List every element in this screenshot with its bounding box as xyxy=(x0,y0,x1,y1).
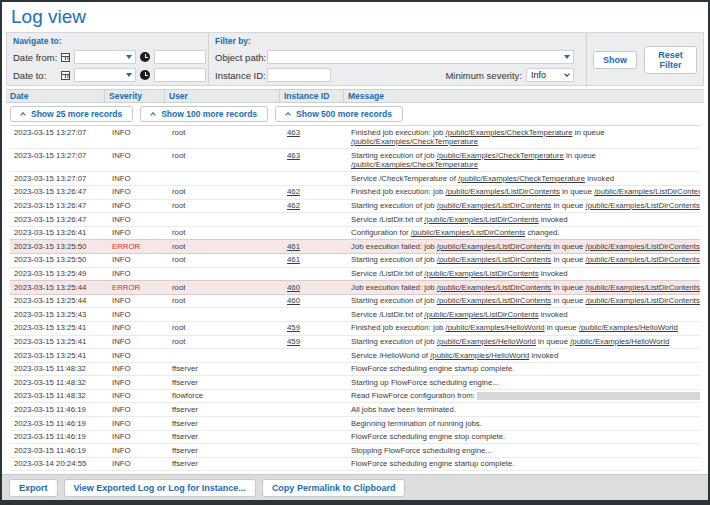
column-header-user[interactable]: User xyxy=(164,90,279,102)
date-to-time-input[interactable] xyxy=(154,68,206,82)
reset-filter-button[interactable]: Reset Filter xyxy=(644,46,697,74)
show-500-more-button[interactable]: Show 500 more records xyxy=(275,106,403,122)
table-row: 2023-03-15 11:48:32INFOffserverStarting … xyxy=(10,376,700,390)
message-link[interactable]: /public/Examples/CheckTemperature xyxy=(446,128,573,137)
date-to-input[interactable] xyxy=(75,70,123,80)
message-link[interactable]: /public/Examples/HelloWorld xyxy=(437,337,536,346)
message-link[interactable]: /public/Examples/ListDirContents xyxy=(424,310,538,319)
copy-permalink-button[interactable]: Copy Permalink to Clipboard xyxy=(262,479,406,497)
date-from-time-input[interactable] xyxy=(154,50,206,64)
message-link[interactable]: /public/Examples/ListDirContents xyxy=(424,215,538,224)
severity-cell: INFO xyxy=(108,376,168,389)
table-row: 2023-03-15 13:26:47INFOroot462Finished j… xyxy=(10,186,700,200)
export-button[interactable]: Export xyxy=(9,479,58,497)
message-link[interactable]: /public/Examples/ListDirContents xyxy=(585,283,699,292)
message-link[interactable]: /public/Examples/ListDirContents xyxy=(437,242,551,251)
message-cell: FlowForce scheduling engine stop complet… xyxy=(347,431,700,444)
clock-icon[interactable] xyxy=(140,52,150,62)
column-header-date[interactable]: Date xyxy=(6,90,104,102)
minimum-severity-value: Info xyxy=(531,70,546,80)
message-text: All jobs have been terminated. xyxy=(351,405,456,414)
calendar-icon[interactable] xyxy=(61,53,70,62)
user-cell xyxy=(168,172,283,185)
message-link[interactable]: /public/Examples/ListDirContents xyxy=(437,255,551,264)
message-link[interactable]: /public/Examples/CheckTemperature xyxy=(437,151,564,160)
message-link[interactable]: /public/Examples/HelloWorld xyxy=(446,323,545,332)
instance-link[interactable]: 459 xyxy=(287,337,300,346)
severity-cell: INFO xyxy=(108,200,168,213)
minimum-severity-select[interactable]: Info xyxy=(526,68,574,82)
user-cell: root xyxy=(168,295,283,308)
instance-link[interactable]: 463 xyxy=(287,151,300,160)
log-table: Date Severity User Instance ID Message S… xyxy=(6,89,704,505)
message-link[interactable]: /public/Examples/HelloWorld xyxy=(570,337,669,346)
message-link[interactable]: /public/Examples/CheckTemperature xyxy=(351,137,478,146)
message-link[interactable]: /public/Examples/ListDirContents xyxy=(424,269,538,278)
instance-link[interactable]: 461 xyxy=(287,242,300,251)
message-text: changed. xyxy=(525,228,559,237)
show-button[interactable]: Show xyxy=(593,51,637,69)
instance-cell: 463 xyxy=(283,149,347,171)
message-text: Starting execution of job xyxy=(351,255,437,264)
instance-cell: 460 xyxy=(283,281,347,294)
message-link[interactable]: /public/Examples/CheckTemperature xyxy=(351,160,478,169)
chevron-down-icon[interactable] xyxy=(126,55,132,59)
message-cell: Starting execution of job /public/Exampl… xyxy=(347,254,700,267)
table-row: 2023-03-15 13:26:41INFOrootConfiguration… xyxy=(10,227,700,241)
instance-link[interactable]: 460 xyxy=(287,296,300,305)
chevron-down-icon[interactable] xyxy=(126,73,132,77)
message-link[interactable]: /public/Examples/HelloWorld xyxy=(579,323,678,332)
user-cell xyxy=(168,349,283,362)
instance-link[interactable]: 459 xyxy=(287,323,300,332)
object-path-combo[interactable] xyxy=(267,50,574,64)
message-text: in queue xyxy=(551,296,585,305)
message-link[interactable]: /public/Examples/ListDirContents xyxy=(437,296,551,305)
show-100-more-button[interactable]: Show 100 more records xyxy=(140,106,268,122)
date-from-input[interactable] xyxy=(75,52,123,62)
instance-cell xyxy=(283,417,347,430)
message-link[interactable]: /public/Examples/ListDirContents xyxy=(585,255,699,264)
severity-cell: INFO xyxy=(108,186,168,199)
message-link[interactable]: /public/Examples/ListDirContents xyxy=(437,283,551,292)
column-header-severity[interactable]: Severity xyxy=(104,90,164,102)
date-cell: 2023-03-15 11:46:19 xyxy=(10,403,108,416)
message-link[interactable]: /public/Examples/ListDirContents xyxy=(594,187,700,196)
instance-link[interactable]: 463 xyxy=(287,128,300,137)
message-link[interactable]: /public/Examples/ListDirContents xyxy=(585,242,699,251)
user-cell: ffserver xyxy=(168,431,283,444)
message-link[interactable]: /public/Examples/ListDirContents xyxy=(446,187,560,196)
view-exported-log-button[interactable]: View Exported Log or Log for Instance... xyxy=(64,479,256,497)
message-text: invoked xyxy=(539,215,568,224)
message-link[interactable]: /public/Examples/ListDirContents xyxy=(585,296,699,305)
date-from-combo[interactable] xyxy=(74,50,136,64)
instance-cell xyxy=(283,363,347,376)
column-header-instance-id[interactable]: Instance ID xyxy=(279,90,343,102)
message-link[interactable]: /public/Examples/ListDirContents xyxy=(585,201,699,210)
instance-cell: 462 xyxy=(283,200,347,213)
user-cell: ffserver xyxy=(168,458,283,471)
filter-by-heading: Filter by: xyxy=(215,36,574,46)
show-25-more-button[interactable]: Show 25 more records xyxy=(10,106,133,122)
instance-link[interactable]: 462 xyxy=(287,187,300,196)
instance-link[interactable]: 460 xyxy=(287,283,300,292)
message-link[interactable]: /public/Examples/HelloWorld xyxy=(430,351,529,360)
table-row: 2023-03-15 13:27:07INFOService /CheckTem… xyxy=(10,172,700,186)
clock-icon[interactable] xyxy=(140,70,150,80)
message-link[interactable]: /public/Examples/ListDirContents xyxy=(437,201,551,210)
date-cell: 2023-03-15 13:26:41 xyxy=(10,227,108,240)
message-cell: Starting execution of job /public/Exampl… xyxy=(347,295,700,308)
message-link[interactable]: /public/Examples/CheckTemperature xyxy=(458,174,585,183)
chevron-down-icon[interactable] xyxy=(564,55,570,59)
severity-cell: INFO xyxy=(108,349,168,362)
message-link[interactable]: /public/Examples/ListDirContents xyxy=(411,228,525,237)
calendar-icon[interactable] xyxy=(61,71,70,80)
instance-link[interactable]: 461 xyxy=(287,255,300,264)
column-header-message[interactable]: Message xyxy=(343,90,704,102)
message-text: Configuration for xyxy=(351,228,411,237)
instance-link[interactable]: 462 xyxy=(287,201,300,210)
instance-id-input[interactable] xyxy=(267,68,331,82)
date-to-combo[interactable] xyxy=(74,68,136,82)
date-cell: 2023-03-15 11:48:32 xyxy=(10,390,108,403)
object-path-input[interactable] xyxy=(268,52,561,62)
severity-cell: INFO xyxy=(108,295,168,308)
